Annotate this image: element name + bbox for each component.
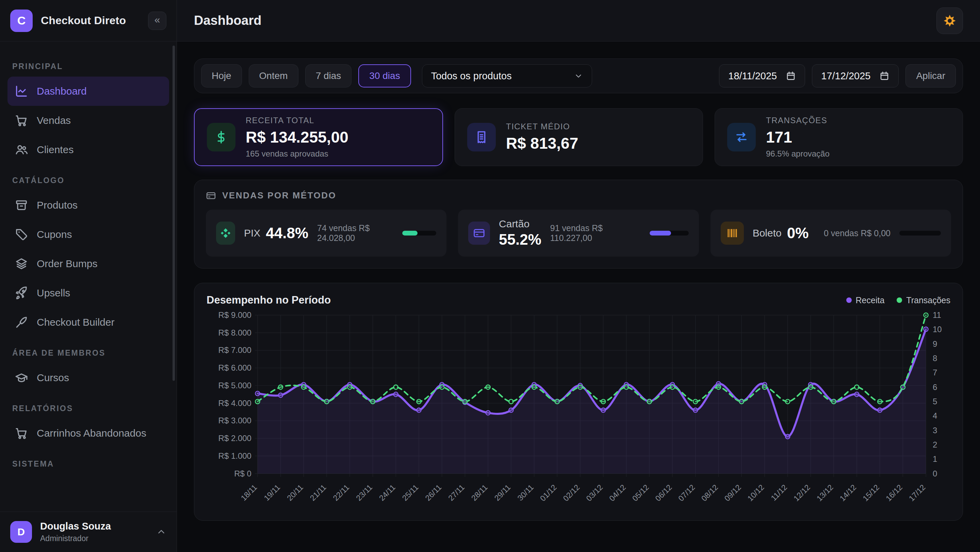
date-from-value: 18/11/2025 bbox=[728, 70, 777, 82]
svg-text:18/11: 18/11 bbox=[239, 483, 259, 503]
method-label-block: Cartão55.2% bbox=[499, 218, 541, 248]
rocket-icon bbox=[15, 286, 28, 299]
svg-text:29/11: 29/11 bbox=[493, 483, 512, 503]
preset-button-7-dias[interactable]: 7 dias bbox=[305, 64, 352, 87]
sidebar-item-clientes[interactable]: Clientes bbox=[8, 135, 169, 164]
chevron-up-icon bbox=[156, 527, 166, 537]
chart-legend: ReceitaTransações bbox=[846, 295, 950, 305]
sidebar-item-carrinhos-abandonados[interactable]: Carrinhos Abandonados bbox=[8, 418, 169, 448]
sales-by-method-panel: VENDAS POR MÉTODO PIX44.8%74 vendas R$ 2… bbox=[194, 180, 963, 269]
legend-label: Transações bbox=[906, 295, 950, 305]
svg-text:03/12: 03/12 bbox=[584, 483, 605, 503]
sales-by-method-title: VENDAS POR MÉTODO bbox=[222, 190, 336, 201]
svg-text:13/12: 13/12 bbox=[815, 483, 835, 503]
sidebar-item-upsells[interactable]: Upsells bbox=[8, 278, 169, 308]
method-progress-bar bbox=[649, 231, 688, 235]
svg-text:9: 9 bbox=[933, 339, 937, 348]
stat-card-transa-es[interactable]: TRANSAÇÕES17196.5% aprovação bbox=[714, 108, 963, 166]
sidebar-item-checkout-builder[interactable]: Checkout Builder bbox=[8, 308, 169, 337]
svg-text:8: 8 bbox=[933, 353, 937, 363]
svg-text:1: 1 bbox=[933, 454, 937, 463]
legend-item-receita[interactable]: Receita bbox=[846, 295, 885, 305]
sun-icon bbox=[943, 14, 957, 28]
sidebar-item-dashboard[interactable]: Dashboard bbox=[8, 76, 169, 106]
method-percentage: 44.8% bbox=[266, 224, 308, 242]
performance-chart: R$ 9.000R$ 8.000R$ 7.000R$ 6.000R$ 5.000… bbox=[207, 310, 950, 514]
credit-card-icon bbox=[206, 191, 216, 201]
chart-title: Desempenho no Período bbox=[207, 294, 331, 306]
method-stats: 91 vendas R$ 110.227,00 bbox=[550, 223, 641, 243]
sidebar-item-label: Clientes bbox=[37, 144, 73, 156]
barcode-icon bbox=[726, 227, 738, 239]
method-card-cart-o: Cartão55.2%91 vendas R$ 110.227,00 bbox=[458, 210, 698, 257]
svg-text:R$ 2.000: R$ 2.000 bbox=[218, 434, 251, 443]
stat-card-ticket-m-dio[interactable]: TICKET MÉDIOR$ 813,67 bbox=[455, 108, 703, 166]
sidebar-item-cursos[interactable]: Cursos bbox=[8, 363, 169, 392]
method-label: PIX bbox=[244, 227, 260, 239]
product-filter-select[interactable]: Todos os produtos bbox=[422, 64, 592, 87]
package-icon bbox=[15, 199, 28, 212]
cart-icon bbox=[15, 427, 28, 440]
calendar-icon bbox=[786, 71, 796, 81]
method-label-block: Boleto0% bbox=[753, 224, 809, 242]
method-card-pix: PIX44.8%74 vendas R$ 24.028,00 bbox=[206, 210, 447, 257]
user-name: Douglas Souza bbox=[40, 521, 111, 532]
sidebar-item-cupons[interactable]: Cupons bbox=[8, 220, 169, 249]
sidebar-item-label: Upsells bbox=[37, 287, 70, 299]
credit-card-icon bbox=[473, 227, 485, 239]
preset-button-hoje[interactable]: Hoje bbox=[201, 64, 242, 87]
sidebar-item-produtos[interactable]: Produtos bbox=[8, 191, 169, 220]
svg-text:R$ 0: R$ 0 bbox=[234, 469, 251, 478]
svg-text:26/11: 26/11 bbox=[423, 483, 443, 503]
date-to-input[interactable]: 17/12/2025 bbox=[812, 64, 899, 87]
svg-text:25/11: 25/11 bbox=[401, 483, 420, 503]
svg-text:0: 0 bbox=[933, 469, 937, 478]
stat-card-receita-total[interactable]: RECEITA TOTALR$ 134.255,00165 vendas apr… bbox=[194, 108, 443, 166]
sidebar-collapse-button[interactable]: « bbox=[148, 11, 166, 30]
svg-text:14/12: 14/12 bbox=[838, 483, 858, 503]
stat-value: 171 bbox=[766, 128, 830, 146]
svg-text:23/11: 23/11 bbox=[354, 483, 374, 503]
svg-text:10/12: 10/12 bbox=[746, 483, 765, 503]
user-card[interactable]: D Douglas Souza Administrador bbox=[0, 512, 177, 552]
legend-item-transa-es[interactable]: Transações bbox=[897, 295, 950, 305]
method-percentage: 55.2% bbox=[499, 231, 541, 248]
svg-text:4: 4 bbox=[933, 411, 937, 420]
method-stats: 74 vendas R$ 24.028,00 bbox=[317, 223, 393, 243]
performance-chart-card: Desempenho no Período ReceitaTransações … bbox=[194, 283, 963, 521]
calendar-icon bbox=[879, 71, 889, 81]
app-logo: C bbox=[10, 10, 33, 32]
layers-icon bbox=[15, 257, 28, 270]
stat-sub: 165 vendas aprovadas bbox=[246, 149, 348, 159]
sidebar-item-order-bumps[interactable]: Order Bumps bbox=[8, 249, 169, 278]
svg-text:R$ 7.000: R$ 7.000 bbox=[218, 345, 251, 355]
svg-text:28/11: 28/11 bbox=[469, 483, 489, 503]
sidebar-scrollbar[interactable] bbox=[172, 46, 175, 381]
app-name: Checkout Direto bbox=[41, 14, 140, 27]
brush-icon bbox=[15, 316, 28, 329]
theme-toggle-button[interactable] bbox=[937, 8, 963, 34]
user-role: Administrador bbox=[40, 534, 111, 543]
svg-text:24/11: 24/11 bbox=[377, 483, 397, 503]
svg-text:R$ 8.000: R$ 8.000 bbox=[218, 328, 251, 337]
page-title: Dashboard bbox=[194, 13, 261, 28]
svg-text:19/11: 19/11 bbox=[262, 483, 282, 503]
svg-text:02/12: 02/12 bbox=[562, 483, 582, 503]
apply-button[interactable]: Aplicar bbox=[905, 64, 956, 87]
preset-button-ontem[interactable]: Ontem bbox=[249, 64, 298, 87]
method-label: Cartão bbox=[499, 218, 530, 230]
sidebar-item-vendas[interactable]: Vendas bbox=[8, 106, 169, 135]
period-presets: HojeOntem7 dias30 dias Todos os produtos bbox=[201, 64, 592, 87]
filter-bar: HojeOntem7 dias30 dias Todos os produtos… bbox=[194, 59, 963, 93]
product-filter-value: Todos os produtos bbox=[431, 70, 512, 82]
stat-label: RECEITA TOTAL bbox=[246, 116, 348, 125]
svg-text:04/12: 04/12 bbox=[608, 483, 627, 503]
stat-value: R$ 134.255,00 bbox=[246, 128, 348, 146]
date-from-input[interactable]: 18/11/2025 bbox=[719, 64, 805, 87]
receipt-icon bbox=[474, 130, 488, 144]
preset-button-30-dias[interactable]: 30 dias bbox=[358, 64, 411, 87]
stat-texts: TRANSAÇÕES17196.5% aprovação bbox=[766, 116, 830, 159]
method-label: Boleto bbox=[753, 227, 782, 239]
nav-section-label: PRINCIPAL bbox=[8, 62, 169, 71]
nav-section-label: RELATÓRIOS bbox=[8, 404, 169, 413]
